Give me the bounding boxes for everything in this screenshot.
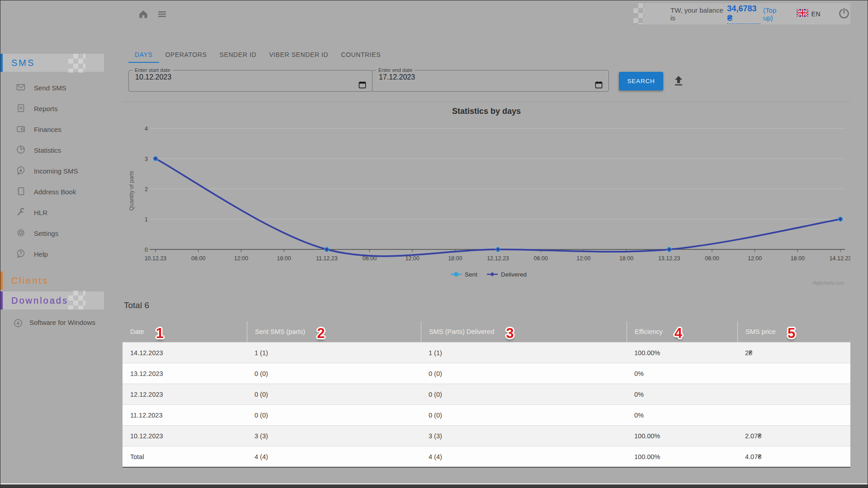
column-header-delivered: SMS (Parts) Delivered 3	[421, 321, 627, 342]
report-tabs: DAYS OPERATORS SENDER ID VIBER SENDER ID…	[128, 47, 387, 63]
incoming-sms-icon	[16, 165, 26, 177]
sidebar-item-statistics[interactable]: Statistics	[0, 140, 123, 160]
sidebar-item-settings[interactable]: Settings	[0, 223, 123, 244]
y-axis-label: 0	[145, 247, 148, 253]
series-line-sent	[156, 159, 840, 256]
annotation-badge-3: 3	[506, 326, 514, 340]
bottom-bar	[0, 484, 868, 488]
sidebar-item-reports[interactable]: Reports	[0, 98, 123, 119]
sidebar-item-incoming-sms[interactable]: Incoming SMS	[0, 160, 123, 181]
table-cell: 1 (1)	[421, 349, 627, 357]
table-cell: 4.07₴	[737, 453, 850, 460]
sidebar-item-help[interactable]: ? Help	[0, 244, 123, 264]
table-cell: 0 (0)	[247, 391, 421, 398]
sidebar-item-software-for-windows[interactable]: Software for Windows	[0, 317, 108, 328]
series-line-delivered	[156, 159, 840, 256]
home-icon[interactable]	[137, 8, 149, 22]
nav-label: Software for Windows	[29, 319, 95, 326]
table-cell: 4 (4)	[421, 453, 627, 460]
end-date-value: 17.12.2023	[373, 73, 609, 81]
x-axis-label: 06:00	[191, 255, 205, 262]
calendar-icon[interactable]	[594, 80, 603, 91]
table-cell: 10.12.2023	[123, 432, 247, 440]
search-button[interactable]: SEARCH	[619, 72, 663, 90]
x-axis-label: 18:00	[791, 255, 805, 262]
topup-link[interactable]: (Top up)	[763, 6, 785, 22]
sidebar-section-sms[interactable]: SMS	[0, 54, 104, 72]
table-row: 12.12.20230 (0)0 (0)0%	[123, 384, 850, 404]
sidebar-section-clients[interactable]: Clients	[0, 272, 104, 290]
column-label: Date	[130, 328, 144, 335]
x-axis-label: 06:00	[534, 255, 548, 262]
x-axis-label: 10.12.23	[145, 255, 167, 262]
end-date-field[interactable]: Enter end date 17.12.2023	[372, 67, 609, 92]
x-axis-label: 18:00	[277, 255, 291, 262]
nav-label: Send SMS	[34, 84, 66, 92]
top-toolbar	[137, 8, 167, 22]
table-cell: 0 (0)	[421, 412, 627, 419]
end-date-label: Enter end date	[376, 67, 415, 73]
export-upload-icon[interactable]	[672, 74, 685, 89]
menu-icon[interactable]	[156, 9, 167, 21]
legend-label-delivered[interactable]: Delivered	[501, 271, 527, 278]
table-cell: 1 (1)	[247, 349, 421, 357]
sms-section-label: SMS	[11, 58, 35, 68]
y-axis-title: Quantity of parts	[128, 171, 135, 211]
legend-marker-delivered[interactable]	[490, 272, 495, 277]
legend-marker-sent[interactable]	[454, 272, 458, 277]
y-axis-label: 4	[145, 126, 148, 132]
x-axis-label: 12:00	[405, 255, 419, 262]
nav-label: HLR	[34, 209, 47, 216]
x-axis-label: 18:00	[619, 255, 633, 262]
table-cell: Total	[123, 453, 247, 460]
balance-prefix: TW, your balance is	[670, 6, 724, 22]
annotation-badge-2: 2	[317, 326, 325, 340]
uk-flag-icon	[797, 9, 808, 19]
x-axis-label: 12.12.23	[487, 255, 509, 262]
report-icon	[16, 103, 26, 114]
tab-operators[interactable]: OPERATORS	[159, 47, 213, 63]
x-axis-label: 13.12.23	[658, 255, 680, 262]
nav-label: Finances	[34, 126, 61, 133]
x-axis-label: 12:00	[234, 255, 248, 262]
y-axis-label: 2	[145, 186, 148, 192]
start-date-field[interactable]: Enter start date 10.12.2023	[128, 67, 373, 92]
statistics-table: Date 1 Sent SMS (parts) 2 SMS (Parts) De…	[123, 321, 850, 468]
table-cell: 100.00%	[627, 432, 737, 440]
sidebar-item-address-book[interactable]: Address Book	[0, 181, 123, 202]
sidebar-item-hlr[interactable]: HLR	[0, 202, 123, 223]
sidebar-item-finances[interactable]: Finances	[0, 119, 123, 140]
language-label: EN	[811, 10, 821, 18]
table-cell: 0 (0)	[421, 370, 627, 377]
sidebar-item-send-sms[interactable]: Send SMS	[0, 77, 123, 98]
tab-days[interactable]: DAYS	[128, 47, 159, 63]
table-cell: 0%	[627, 391, 737, 398]
legend-label-sent[interactable]: Sent	[465, 271, 477, 278]
table-cell: 3 (3)	[421, 432, 627, 440]
table-cell: 0 (0)	[421, 391, 627, 398]
x-axis-label: 18:00	[448, 255, 462, 262]
balance-amount-link[interactable]: 34,6783 ₴	[727, 4, 760, 24]
column-header-price: SMS price 5	[737, 321, 850, 342]
table-row: Total4 (4)4 (4)100.00%4.07₴	[123, 446, 850, 467]
sidebar-section-downloads[interactable]: Downloads	[0, 291, 104, 310]
sidebar: SMS Send SMS Reports Finances Statistics…	[0, 0, 123, 488]
help-icon: ?	[16, 249, 26, 260]
nav-label: Settings	[34, 230, 58, 237]
x-axis-label: 11.12.23	[316, 255, 338, 262]
power-icon[interactable]	[838, 7, 850, 21]
tab-countries[interactable]: COUNTRIES	[335, 47, 387, 63]
table-cell: 2.07₴	[737, 432, 850, 440]
clients-section-label: Clients	[11, 276, 48, 286]
highcharts-credit[interactable]: Highcharts.com	[813, 281, 844, 286]
calendar-icon[interactable]	[358, 80, 367, 91]
tab-viber-sender-id[interactable]: VIBER SENDER ID	[263, 47, 335, 63]
tab-sender-id[interactable]: SENDER ID	[213, 47, 263, 63]
column-label: SMS (Parts) Delivered	[429, 328, 494, 335]
y-axis-label: 1	[145, 216, 148, 223]
language-switcher[interactable]: EN	[797, 9, 821, 19]
x-axis-label: 06:00	[705, 255, 719, 262]
nav-label: Help	[34, 250, 48, 258]
nav-label: Incoming SMS	[34, 167, 78, 175]
column-header-sent: Sent SMS (parts) 2	[247, 321, 421, 342]
